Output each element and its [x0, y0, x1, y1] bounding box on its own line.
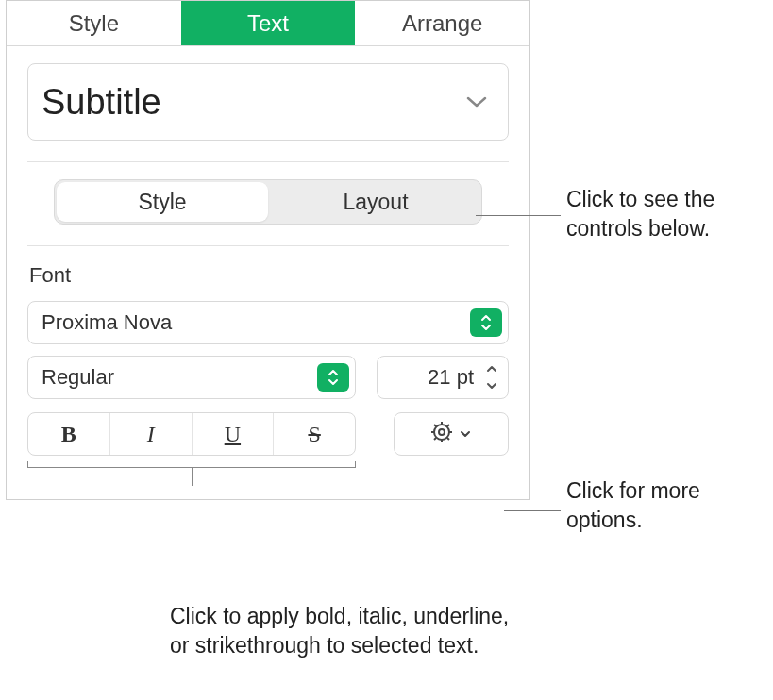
subtab-layout[interactable]: Layout [270, 180, 481, 224]
svg-line-7 [447, 438, 449, 440]
tab-arrange[interactable]: Arrange [355, 1, 529, 45]
chevron-down-icon [466, 95, 487, 108]
bold-button[interactable]: B [28, 413, 110, 455]
svg-point-0 [434, 425, 449, 440]
svg-point-1 [439, 429, 445, 435]
divider [27, 245, 509, 246]
paragraph-style-dropdown[interactable]: Subtitle [27, 63, 509, 141]
stepper-up-button[interactable] [481, 360, 502, 377]
callout-text: Click to apply bold, italic, underline, … [170, 602, 510, 660]
svg-line-8 [434, 438, 436, 440]
tab-style[interactable]: Style [7, 1, 181, 45]
stepper-arrows [481, 360, 502, 394]
strikethrough-button[interactable]: S [274, 413, 355, 455]
paragraph-style-label: Subtitle [42, 82, 161, 123]
subtab-style[interactable]: Style [57, 182, 268, 222]
text-style-button-group: B I U S [27, 412, 356, 456]
font-weight-value: Regular [42, 365, 114, 390]
callout-bracket [27, 461, 356, 475]
format-inspector-panel: Style Text Arrange Subtitle Style Layout… [6, 0, 530, 500]
chevron-down-icon [459, 425, 472, 442]
font-family-dropdown[interactable]: Proxima Nova [27, 301, 509, 344]
callout-leader-line [504, 510, 561, 511]
svg-line-6 [434, 425, 436, 426]
callout-leader-line [476, 215, 561, 216]
text-subtab-segmented: Style Layout [54, 179, 482, 225]
svg-line-9 [447, 425, 449, 426]
stepper-down-button[interactable] [481, 377, 502, 394]
callout-text: Click for more options. [566, 476, 765, 535]
popup-arrows-icon [317, 363, 349, 392]
font-section-label: Font [29, 263, 509, 288]
underline-button[interactable]: U [193, 413, 275, 455]
gear-icon [430, 421, 453, 447]
font-size-stepper[interactable]: 21 pt [377, 356, 509, 399]
popup-arrows-icon [470, 308, 502, 337]
more-options-button[interactable] [394, 412, 509, 456]
font-weight-dropdown[interactable]: Regular [27, 356, 356, 399]
divider [27, 161, 509, 162]
callout-text: Click to see the controls below. [566, 185, 765, 243]
italic-button[interactable]: I [110, 413, 193, 455]
font-family-value: Proxima Nova [42, 310, 172, 335]
font-size-value: 21 pt [378, 365, 481, 390]
top-tab-bar: Style Text Arrange [7, 1, 529, 46]
tab-text[interactable]: Text [181, 1, 356, 45]
